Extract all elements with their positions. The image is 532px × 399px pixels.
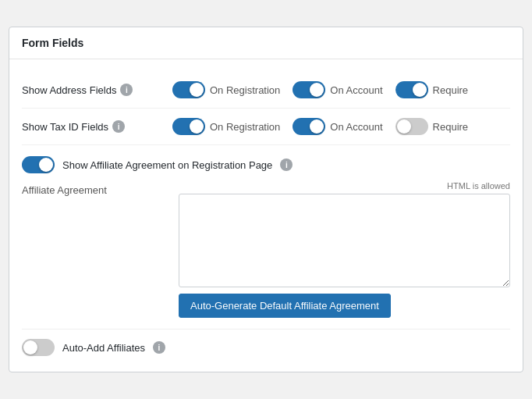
taxid-account-group: On Account: [293, 118, 382, 135]
affiliate-agreement-inner: Affiliate Agreement HTML is allowed Auto…: [22, 181, 510, 318]
address-fields-row: Show Address Fields i On Registration On…: [22, 72, 510, 109]
html-allowed-note: HTML is allowed: [179, 181, 510, 191]
address-registration-toggle[interactable]: [172, 81, 205, 98]
taxid-fields-row: Show Tax ID Fields i On Registration On …: [22, 109, 510, 145]
address-fields-label: Show Address Fields i: [22, 84, 166, 96]
taxid-registration-group: On Registration: [172, 118, 280, 135]
taxid-account-label: On Account: [330, 121, 382, 133]
address-registration-label: On Registration: [210, 84, 280, 96]
taxid-registration-toggle[interactable]: [172, 118, 205, 135]
affiliate-agreement-right: HTML is allowed Auto-Generate Default Af…: [179, 181, 510, 318]
panel-title: Form Fields: [9, 27, 523, 59]
address-account-label: On Account: [330, 84, 382, 96]
taxid-registration-label: On Registration: [210, 121, 280, 133]
affiliate-agreement-toggle-label: Show Affiliate Agreement on Registration…: [62, 159, 272, 171]
address-require-label: Require: [433, 84, 469, 96]
taxid-require-group: Require: [395, 118, 469, 135]
form-fields-panel: Form Fields Show Address Fields i On Reg…: [9, 27, 523, 372]
taxid-require-label: Require: [433, 121, 469, 133]
address-fields-info-icon[interactable]: i: [120, 84, 133, 96]
auto-add-affiliates-toggle[interactable]: [22, 339, 55, 356]
address-require-toggle[interactable]: [395, 81, 428, 98]
address-account-toggle[interactable]: [293, 81, 325, 98]
address-account-group: On Account: [293, 81, 382, 98]
affiliate-agreement-toggle[interactable]: [22, 156, 55, 173]
auto-generate-button[interactable]: Auto-Generate Default Affiliate Agreemen…: [179, 294, 391, 318]
affiliate-agreement-section: Affiliate Agreement HTML is allowed Auto…: [22, 181, 510, 329]
affiliate-agreement-field-label: Affiliate Agreement: [22, 181, 166, 318]
address-registration-group: On Registration: [172, 81, 280, 98]
affiliate-agreement-textarea[interactable]: [179, 194, 510, 287]
affiliate-agreement-info-icon[interactable]: i: [280, 159, 293, 171]
taxid-fields-label: Show Tax ID Fields i: [22, 120, 166, 133]
address-require-group: Require: [395, 81, 469, 98]
auto-add-affiliates-row: Auto-Add Affiliates i: [22, 329, 510, 359]
affiliate-agreement-toggle-row: Show Affiliate Agreement on Registration…: [22, 145, 510, 181]
taxid-fields-info-icon[interactable]: i: [112, 120, 125, 133]
auto-add-affiliates-label: Auto-Add Affiliates: [62, 342, 145, 354]
taxid-require-toggle[interactable]: [395, 118, 428, 135]
taxid-account-toggle[interactable]: [293, 118, 325, 135]
auto-add-affiliates-info-icon[interactable]: i: [153, 341, 165, 354]
